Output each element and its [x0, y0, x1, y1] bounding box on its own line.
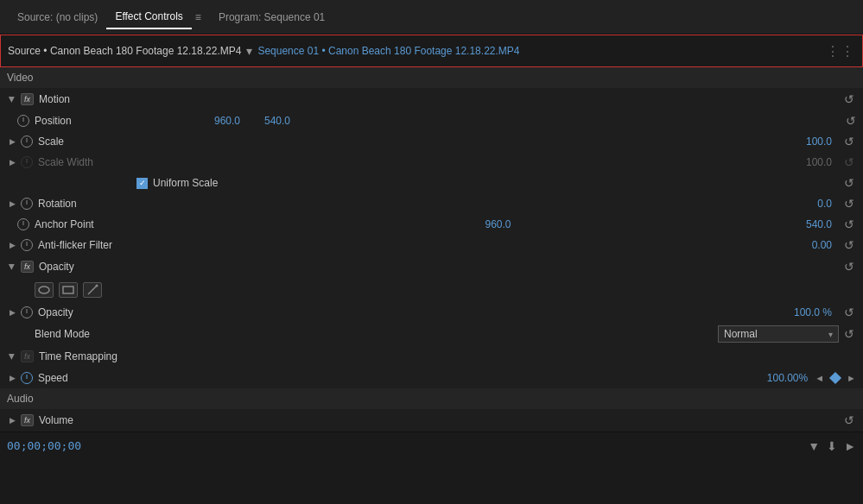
opacity-group-label: Opacity [39, 261, 839, 273]
time-remapping-expand[interactable]: ▶ [7, 351, 17, 362]
motion-group-header[interactable]: ▶ fx Motion ↺ [0, 88, 863, 110]
ellipse-tool[interactable] [35, 282, 54, 298]
export-icon[interactable]: ⬇ [827, 439, 837, 453]
filter-icon[interactable]: ▼ [808, 439, 820, 453]
time-remapping-fx-badge: fx [21, 350, 34, 362]
svg-point-2 [96, 285, 98, 287]
video-section-header: Video [0, 67, 863, 88]
speed-label: Speed [38, 372, 197, 384]
next-icon[interactable]: ► [844, 439, 856, 453]
volume-fx-badge: fx [21, 414, 34, 426]
anti-flicker-value[interactable]: 0.00 [789, 239, 832, 251]
scale-width-label: Scale Width [38, 156, 197, 168]
svg-point-0 [39, 287, 49, 293]
blend-mode-label: Blend Mode [35, 328, 718, 340]
volume-group-header[interactable]: ▶ fx Volume ↺ [0, 409, 863, 432]
volume-expand-arrow[interactable]: ▶ [7, 415, 17, 425]
speed-prev-arrow[interactable]: ◄ [815, 373, 824, 383]
header-tabs: Source: (no clips) Effect Controls ≡ Pro… [0, 0, 863, 35]
position-y-value[interactable]: 540.0 [247, 115, 290, 127]
anchor-reset[interactable]: ↺ [842, 217, 856, 231]
opacity-val-expand[interactable]: ▶ [7, 307, 17, 318]
uniform-scale-label: Uniform Scale [153, 177, 842, 189]
position-label: Position [35, 115, 197, 127]
speed-diamond[interactable] [829, 372, 841, 384]
speed-next-arrow[interactable]: ► [847, 373, 856, 383]
anti-flicker-row: ▶ Anti-flicker Filter 0.00 ↺ [0, 235, 863, 255]
uniform-scale-reset[interactable]: ↺ [842, 176, 856, 190]
opacity-stopwatch[interactable] [21, 306, 33, 318]
pen-tool[interactable] [83, 282, 102, 298]
scale-width-reset: ↺ [842, 155, 856, 169]
motion-reset-btn[interactable]: ↺ [842, 92, 856, 106]
opacity-reset[interactable]: ↺ [842, 306, 856, 319]
volume-reset[interactable]: ↺ [842, 413, 856, 427]
opacity-group-reset[interactable]: ↺ [842, 260, 856, 274]
source-dots[interactable]: ⋮⋮ [826, 43, 855, 60]
scale-row: ▶ Scale 100.0 ↺ [0, 131, 863, 152]
blend-mode-row: Blend Mode Normal ▾ ↺ [0, 323, 863, 345]
position-row: Position 960.0 540.0 ↺ [0, 110, 863, 131]
opacity-fx-badge: fx [21, 261, 34, 273]
blend-mode-dropdown[interactable]: Normal ▾ [718, 325, 839, 343]
opacity-tools-row [0, 278, 863, 302]
anchor-point-label: Anchor Point [35, 218, 197, 230]
scale-label: Scale [38, 135, 197, 148]
scale-width-stopwatch[interactable] [21, 156, 33, 168]
source-dropdown-arrow[interactable]: ▾ [246, 44, 252, 58]
motion-label: Motion [39, 93, 839, 105]
blend-mode-value: Normal [724, 328, 758, 340]
tab-menu-icon[interactable]: ≡ [195, 11, 201, 23]
scale-width-row: ▶ Scale Width 100.0 ↺ [0, 152, 863, 173]
uniform-scale-checkbox[interactable] [136, 178, 148, 189]
position-reset[interactable]: ↺ [301, 114, 856, 128]
tab-source[interactable]: Source: (no clips) [9, 6, 106, 28]
scale-value[interactable]: 100.0 [789, 135, 832, 148]
time-remapping-group: ▶ fx Time Remapping ▶ Speed 100.00% ◄ ► [0, 345, 863, 388]
timecode[interactable]: 00;00;00;00 [7, 439, 81, 452]
scale-width-value: 100.0 [789, 156, 832, 168]
rotation-label: Rotation [38, 198, 197, 210]
speed-stopwatch[interactable] [21, 372, 33, 384]
opacity-expand-arrow[interactable]: ▶ [7, 261, 17, 272]
anti-flicker-reset[interactable]: ↺ [842, 238, 856, 252]
tab-effect-controls[interactable]: Effect Controls [106, 5, 191, 29]
opacity-value[interactable]: 100.0 % [789, 306, 832, 318]
anchor-x-value[interactable]: 960.0 [468, 218, 511, 230]
opacity-group-header[interactable]: ▶ fx Opacity ↺ [0, 255, 863, 278]
speed-expand[interactable]: ▶ [7, 373, 17, 383]
anchor-point-stopwatch[interactable] [17, 218, 29, 230]
rotation-expand[interactable]: ▶ [7, 198, 17, 209]
motion-expand-arrow[interactable]: ▶ [7, 94, 17, 104]
rotation-stopwatch[interactable] [21, 198, 33, 210]
position-x-value[interactable]: 960.0 [197, 115, 240, 127]
footer: 00;00;00;00 ▼ ⬇ ► [0, 432, 863, 459]
blend-mode-reset[interactable]: ↺ [842, 327, 856, 341]
sequence-link[interactable]: Sequence 01 • Canon Beach 180 Footage 12… [257, 45, 519, 57]
time-remapping-header[interactable]: ▶ fx Time Remapping [0, 345, 863, 368]
audio-section-header: Audio [0, 388, 863, 409]
scale-width-expand[interactable]: ▶ [7, 157, 17, 167]
anti-flicker-stopwatch[interactable] [21, 239, 33, 251]
rotation-row: ▶ Rotation 0.0 ↺ [0, 193, 863, 214]
effect-controls-panel: Video ▶ fx Motion ↺ Position 960.0 540.0 [0, 67, 863, 432]
anchor-y-value[interactable]: 540.0 [789, 218, 832, 230]
source-bar: Source • Canon Beach 180 Footage 12.18.2… [0, 35, 863, 67]
source-label: Source • Canon Beach 180 Footage 12.18.2… [8, 45, 241, 57]
scale-stopwatch[interactable] [21, 135, 33, 148]
tab-program[interactable]: Program: Sequence 01 [210, 6, 333, 28]
rotation-value[interactable]: 0.0 [789, 198, 832, 210]
scale-reset[interactable]: ↺ [842, 135, 856, 148]
volume-label: Volume [39, 414, 839, 426]
speed-value[interactable]: 100.00% [765, 372, 808, 384]
anti-flicker-expand[interactable]: ▶ [7, 240, 17, 250]
speed-row: ▶ Speed 100.00% ◄ ► [0, 368, 863, 388]
rotation-reset[interactable]: ↺ [842, 197, 856, 211]
anchor-point-row: Anchor Point 960.0 540.0 ↺ [0, 214, 863, 235]
rectangle-tool[interactable] [59, 282, 78, 298]
blend-mode-arrow: ▾ [828, 330, 833, 339]
scale-expand[interactable]: ▶ [7, 136, 17, 147]
panel-scroll-content: Video ▶ fx Motion ↺ Position 960.0 540.0 [0, 67, 863, 432]
time-remapping-label: Time Remapping [39, 350, 856, 362]
position-stopwatch[interactable] [17, 115, 29, 127]
